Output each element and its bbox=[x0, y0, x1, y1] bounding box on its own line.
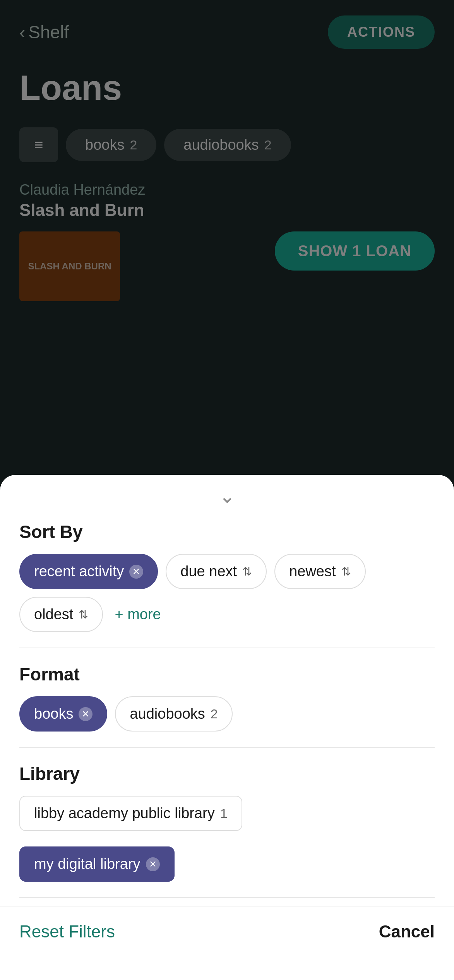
format-books[interactable]: books ✕ bbox=[19, 696, 107, 732]
sort-more-button[interactable]: + more bbox=[111, 597, 164, 632]
bottom-sheet: ⌄ Sort By recent activity ✕ due next ⇅ n… bbox=[0, 475, 454, 980]
sort-chips: recent activity ✕ due next ⇅ newest ⇅ ol… bbox=[19, 554, 435, 632]
library-libby-academy-label: libby academy public library bbox=[34, 805, 215, 822]
format-section: Format books ✕ audiobooks 2 bbox=[0, 652, 454, 743]
library-my-digital-close[interactable]: ✕ bbox=[146, 857, 160, 871]
sort-by-section: Sort By recent activity ✕ due next ⇅ new… bbox=[0, 510, 454, 644]
sort-oldest-icon: ⇅ bbox=[79, 608, 88, 621]
library-libby-academy[interactable]: libby academy public library 1 bbox=[19, 796, 242, 831]
sort-oldest[interactable]: oldest ⇅ bbox=[19, 597, 103, 632]
library-my-digital-label: my digital library bbox=[34, 856, 140, 872]
sort-due-next[interactable]: due next ⇅ bbox=[166, 554, 267, 589]
divider-2 bbox=[19, 747, 435, 748]
format-books-close[interactable]: ✕ bbox=[79, 707, 93, 721]
sort-due-next-icon: ⇅ bbox=[242, 565, 252, 578]
sort-by-title: Sort By bbox=[19, 521, 435, 542]
format-books-label: books bbox=[34, 706, 73, 722]
library-chips: libby academy public library 1 my digita… bbox=[19, 796, 435, 882]
format-title: Format bbox=[19, 664, 435, 685]
sheet-handle[interactable]: ⌄ bbox=[0, 475, 454, 510]
sort-newest-label: newest bbox=[289, 563, 336, 580]
format-chips: books ✕ audiobooks 2 bbox=[19, 696, 435, 732]
sort-recent-activity-label: recent activity bbox=[34, 563, 124, 580]
sort-recent-activity[interactable]: recent activity ✕ bbox=[19, 554, 158, 589]
library-title: Library bbox=[19, 763, 435, 784]
divider-3 bbox=[19, 897, 435, 898]
cancel-button[interactable]: Cancel bbox=[379, 922, 435, 941]
sort-oldest-label: oldest bbox=[34, 606, 73, 623]
reset-filters-button[interactable]: Reset Filters bbox=[19, 922, 115, 941]
sheet-footer: Reset Filters Cancel bbox=[0, 906, 454, 949]
chevron-down-icon: ⌄ bbox=[219, 487, 235, 506]
library-libby-academy-count: 1 bbox=[220, 806, 228, 821]
format-audiobooks-count: 2 bbox=[211, 706, 218, 721]
sort-recent-activity-close[interactable]: ✕ bbox=[129, 565, 143, 579]
library-my-digital[interactable]: my digital library ✕ bbox=[19, 846, 175, 882]
divider-1 bbox=[19, 648, 435, 648]
sort-newest-icon: ⇅ bbox=[341, 565, 351, 578]
sort-due-next-label: due next bbox=[180, 563, 237, 580]
format-audiobooks[interactable]: audiobooks 2 bbox=[115, 696, 232, 732]
sort-newest[interactable]: newest ⇅ bbox=[274, 554, 365, 589]
format-audiobooks-label: audiobooks bbox=[130, 706, 205, 722]
library-section: Library libby academy public library 1 m… bbox=[0, 752, 454, 893]
